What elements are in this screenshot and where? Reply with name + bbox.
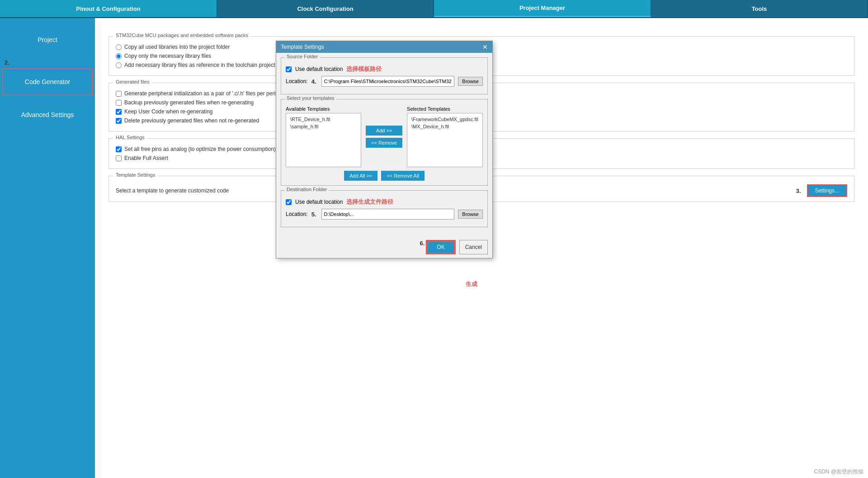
step3-label: 3. [796,187,801,194]
dialog-titlebar: Template Settings ✕ [276,41,492,53]
dest-location-label: Location: [286,211,308,217]
cb-delete-previously-input[interactable] [116,118,122,124]
source-use-default-checkbox[interactable] [286,66,292,72]
source-folder-section: Source Folder Use default location 选择模板路… [281,57,488,94]
source-browse-button[interactable]: Browse [458,77,483,86]
step2-label: 2. [5,59,9,66]
available-templates-label: Available Templates [286,106,361,112]
add-button[interactable]: Add >> [366,126,402,136]
cancel-button[interactable]: Cancel [459,240,488,254]
dest-location-input[interactable] [321,209,455,220]
template-settings-title: Template Settings [113,172,157,178]
templates-columns: Available Templates \RTE_Device_h.ftl \s… [286,106,483,167]
dest-use-default-label: Use default location [295,199,343,205]
step4-label: 4. [311,78,316,85]
selected-templates-list[interactable]: \FrameworkCubeMX_gpdsc.ftl \MX_Device_h.… [407,113,483,167]
dest-use-default-checkbox[interactable] [286,199,292,205]
add-all-remove-area: Add All >> << Remove All [286,171,483,181]
add-all-button[interactable]: Add All >> [344,171,377,181]
cb-free-pins-input[interactable] [116,146,122,152]
cb-full-assert-input[interactable] [116,155,122,161]
dialog-close-button[interactable]: ✕ [482,43,488,51]
generate-label: 生成 [466,281,477,287]
content-area: STM32Cube MCU packages and embedded soft… [95,18,868,478]
source-location-row: Location: 4. Browse [286,76,483,87]
selected-template-item-0[interactable]: \FrameworkCubeMX_gpdsc.ftl [410,116,480,123]
select-templates-section: Select your templates Available Template… [281,99,488,186]
remove-button[interactable]: << Remove [366,138,402,148]
select-templates-title: Select your templates [285,95,336,101]
destination-folder-title: Destination Folder [285,187,329,192]
stm32-section-title: STM32Cube MCU packages and embedded soft… [113,33,250,38]
source-location-label: Location: [286,78,308,84]
source-location-input[interactable] [321,76,455,87]
available-template-item-0[interactable]: \RTE_Device_h.ftl [288,116,359,123]
available-templates-list[interactable]: \RTE_Device_h.ftl \sample_h.ftl [286,113,361,167]
generate-zh-annotation: 生成 [466,280,477,288]
top-navigation: Pinout & Configuration Clock Configurati… [0,0,868,18]
tab-project-manager[interactable]: Project Manager [434,0,651,17]
ok-button[interactable]: OK [427,241,454,253]
watermark: CSDN @面壁的熊猫 [814,468,863,476]
tab-pinout[interactable]: Pinout & Configuration [0,0,217,17]
selected-template-item-1[interactable]: \MX_Device_h.ftl [410,123,480,130]
available-template-item-1[interactable]: \sample_h.ftl [288,123,359,130]
available-templates-col: Available Templates \RTE_Device_h.ftl \s… [286,106,361,167]
settings-button[interactable]: Settings... [808,185,846,196]
source-folder-zh-annotation: 选择模板路径 [346,65,382,73]
main-layout: Project 2. Code Generator Advanced Setti… [0,18,868,478]
template-action-buttons: Add >> << Remove [366,106,402,167]
dest-use-default-row: Use default location 选择生成文件路径 [286,198,483,206]
radio-add-reference-input[interactable] [116,62,122,68]
step1-pointer: 1. [335,18,340,19]
radio-copy-all-input[interactable] [116,44,122,50]
sidebar: Project 2. Code Generator Advanced Setti… [0,18,95,478]
source-use-default-label: Use default location [295,66,343,72]
cb-keep-user-code-input[interactable] [116,109,122,115]
hal-settings-title: HAL Settings [113,135,147,140]
dest-location-row: Location: 5. Browse [286,209,483,220]
sidebar-item-advanced-settings[interactable]: Advanced Settings [0,98,95,132]
cb-backup-input[interactable] [116,100,122,106]
settings-button-wrapper: Settings... [807,184,847,197]
dialog-title: Template Settings [281,44,324,50]
sidebar-item-project[interactable]: Project [0,23,95,57]
source-folder-title: Source Folder [285,54,320,59]
dest-folder-zh-annotation: 选择生成文件路径 [346,198,393,206]
tab-clock[interactable]: Clock Configuration [217,0,434,17]
selected-templates-col: Selected Templates \FrameworkCubeMX_gpds… [407,106,483,167]
ok-button-wrapper: OK [426,240,455,254]
step5-label: 5. [311,211,316,218]
remove-all-button[interactable]: << Remove All [381,171,425,181]
cb-peripheral-init-input[interactable] [116,91,122,97]
generated-files-title: Generated files [113,79,152,84]
template-settings-dialog: Template Settings ✕ Source Folder Use de… [276,41,493,258]
dest-browse-button[interactable]: Browse [458,210,483,219]
selected-templates-label: Selected Templates [407,106,483,112]
radio-copy-necessary-input[interactable] [116,53,122,59]
dialog-body: Source Folder Use default location 选择模板路… [276,53,492,236]
dialog-footer: 6. OK Cancel [276,236,492,258]
destination-folder-section: Destination Folder Use default location … [281,190,488,227]
tab-tools[interactable]: Tools [651,0,868,17]
step6-label: 6. [420,240,425,254]
source-use-default-row: Use default location 选择模板路径 [286,65,483,73]
sidebar-item-code-generator[interactable]: Code Generator [2,68,93,95]
